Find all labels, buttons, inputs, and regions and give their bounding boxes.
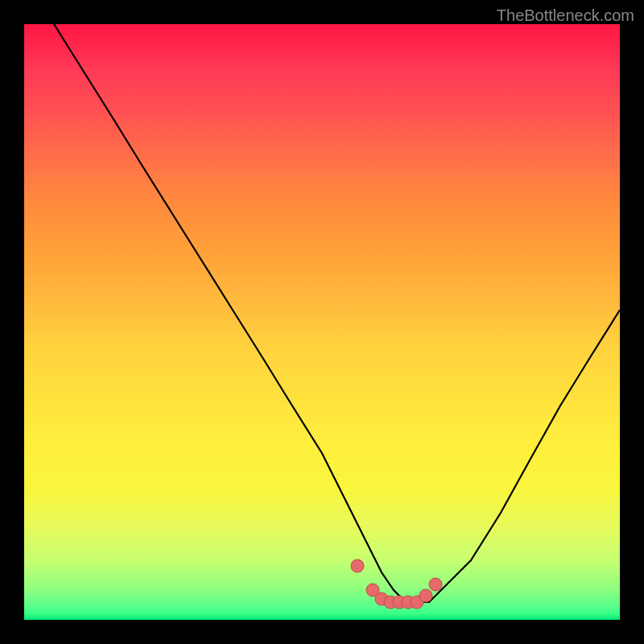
marker-dot [419,589,432,602]
watermark-text: TheBottleneck.com [497,6,634,25]
curve-svg [24,24,620,620]
marker-dot [351,559,364,572]
bottleneck-curve [54,24,620,602]
plot-area [24,24,620,620]
marker-dot [429,578,442,591]
optimal-zone-markers [351,559,442,609]
